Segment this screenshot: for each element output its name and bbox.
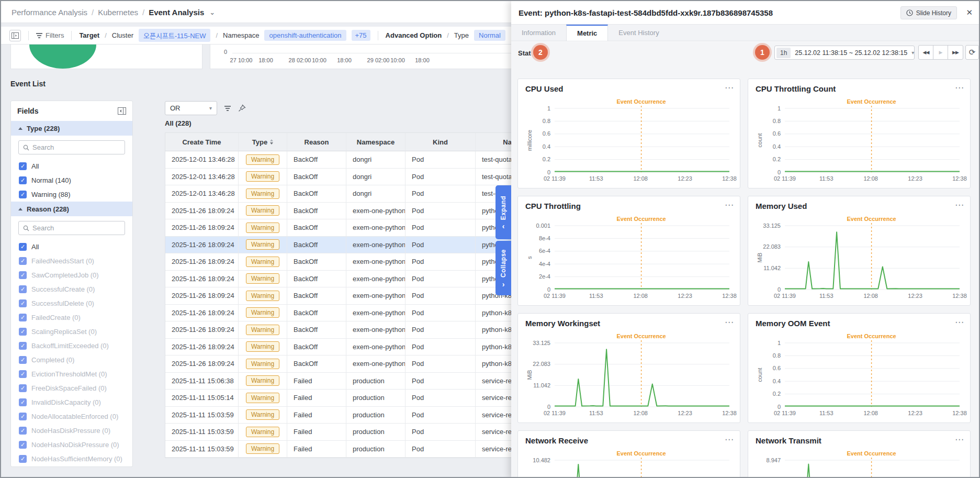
table-row[interactable]: 2025-11-26 18:09:24WarningBackOffexem-on… xyxy=(165,219,511,237)
table-row[interactable]: 2025-11-26 18:09:24WarningBackOffexem-on… xyxy=(165,339,511,356)
checkbox-checked-icon[interactable]: ✓ xyxy=(19,162,27,170)
section-header-reason-228-[interactable]: Reason (228) xyxy=(11,202,132,216)
chart-menu-icon[interactable]: ⋯ xyxy=(725,317,734,328)
filter-checkbox-item[interactable]: ✓NodeHasDiskPressure (0) xyxy=(11,424,132,438)
close-icon[interactable]: ✕ xyxy=(966,7,973,18)
namespace-more-chip[interactable]: +75 xyxy=(352,30,370,41)
sort-icon[interactable] xyxy=(270,139,273,144)
filter-checkbox-item[interactable]: ✓ScalingReplicaSet (0) xyxy=(11,325,132,339)
filter-checkbox-item[interactable]: ✓NodeAllocatableEnforced (0) xyxy=(11,409,132,424)
chart-title: CPU Throttling Count xyxy=(756,84,836,93)
table-row[interactable]: 2025-11-26 18:09:24WarningBackOffexem-on… xyxy=(165,321,511,339)
collapse-panel-icon[interactable] xyxy=(118,107,126,115)
checkbox-checked-icon[interactable]: ✓ xyxy=(19,243,27,251)
checkbox-checked-icon[interactable]: ✓ xyxy=(19,441,27,449)
filter-checkbox-item[interactable]: ✓All xyxy=(11,159,132,173)
operator-select[interactable]: OR ▾ xyxy=(165,101,217,115)
play-button[interactable]: ▶ xyxy=(933,46,948,59)
filter-checkbox-item[interactable]: ✓InvalidDiskCapacity (0) xyxy=(11,395,132,409)
checkbox-checked-icon[interactable]: ✓ xyxy=(19,176,27,184)
filter-checkbox-item[interactable]: ✓FreeDiskSpaceFailed (0) xyxy=(11,381,132,395)
filter-checkbox-item[interactable]: ✓EvictionThresholdMet (0) xyxy=(11,367,132,381)
table-row[interactable]: 2025-11-26 18:09:24WarningBackOffexem-on… xyxy=(165,287,511,305)
table-row[interactable]: 2025-11-26 18:09:24WarningBackOffexem-on… xyxy=(165,355,511,373)
time-range-selector[interactable]: 1h 25.12.02 11:38:15 ~ 25.12.02 12:38:15… xyxy=(774,46,915,60)
checkbox-checked-icon[interactable]: ✓ xyxy=(19,398,27,406)
table-row[interactable]: 2025-11-11 15:06:38WarningFailedproducti… xyxy=(165,373,511,390)
table-row[interactable]: 2025-12-01 13:46:28WarningBackOffdongriP… xyxy=(165,169,511,186)
chevron-down-icon[interactable]: ⌄ xyxy=(209,8,215,16)
search-input[interactable] xyxy=(32,143,120,151)
table-row[interactable]: 2025-11-11 15:05:14WarningFailedproducti… xyxy=(165,390,511,407)
filters-button[interactable]: Filters xyxy=(36,31,64,39)
type-value-chip[interactable]: Normal xyxy=(474,30,505,41)
filter-checkbox-item[interactable]: ✓NodeHasNoDiskPressure (0) xyxy=(11,438,132,452)
filter-checkbox-item[interactable]: ✓Normal (140) xyxy=(11,173,132,187)
checkbox-checked-icon[interactable]: ✓ xyxy=(19,328,27,336)
table-row[interactable]: 2025-11-11 15:03:59WarningFailedproducti… xyxy=(165,407,511,424)
chart-menu-icon[interactable]: ⋯ xyxy=(725,82,734,93)
table-row[interactable]: 2025-11-26 18:09:24WarningBackOffexem-on… xyxy=(165,253,511,271)
checkbox-checked-icon[interactable]: ✓ xyxy=(19,314,27,321)
filter-checkbox-item[interactable]: ✓BackoffLimitExceeded (0) xyxy=(11,339,132,353)
table-row[interactable]: 2025-11-26 18:09:24WarningBackOffexem-on… xyxy=(165,203,511,220)
chart-menu-icon[interactable]: ⋯ xyxy=(725,199,734,210)
table-row[interactable]: 2025-12-01 13:46:28WarningBackOffdongriP… xyxy=(165,151,511,169)
checkbox-checked-icon[interactable]: ✓ xyxy=(19,257,27,265)
table-row[interactable]: 2025-11-11 15:03:59WarningFailedproducti… xyxy=(165,441,511,458)
filter-checkbox-item[interactable]: ✓All xyxy=(11,240,132,254)
panel-toggle-button[interactable] xyxy=(9,30,21,41)
tab-metric[interactable]: Metric xyxy=(566,25,608,41)
table-filter-button[interactable] xyxy=(224,105,231,112)
filter-checkbox-item[interactable]: ✓FailedCreate (0) xyxy=(11,310,132,325)
filter-checkbox-item[interactable]: ✓Warning (88) xyxy=(11,187,132,202)
cell-create-time: 2025-11-26 18:09:24 xyxy=(165,203,239,220)
breadcrumb-performance-analysis[interactable]: Performance Analysis xyxy=(12,8,87,17)
pin-button[interactable] xyxy=(238,104,246,112)
filter-checkbox-item[interactable]: ✓SuccessfulDelete (0) xyxy=(11,296,132,310)
table-row[interactable]: 2025-11-26 18:09:24WarningBackOffexem-on… xyxy=(165,305,511,322)
table-row[interactable]: 2025-11-26 18:09:24WarningBackOffexem-on… xyxy=(165,237,511,254)
step-back-button[interactable]: ◀◀ xyxy=(919,46,933,59)
checkbox-checked-icon[interactable]: ✓ xyxy=(19,455,27,463)
filter-checkbox-item[interactable]: ✓FailedNeedsStart (0) xyxy=(11,254,132,268)
chart-menu-icon[interactable]: ⋯ xyxy=(955,82,964,93)
slide-history-button[interactable]: Slide History xyxy=(900,6,957,19)
filter-checkbox-item[interactable]: ✓Completed (0) xyxy=(11,353,132,367)
checkbox-checked-icon[interactable]: ✓ xyxy=(19,413,27,420)
chart-menu-icon[interactable]: ⋯ xyxy=(955,317,964,328)
checkbox-checked-icon[interactable]: ✓ xyxy=(19,191,27,198)
search-input[interactable] xyxy=(32,224,120,232)
chart-menu-icon[interactable]: ⋯ xyxy=(725,434,734,445)
checkbox-checked-icon[interactable]: ✓ xyxy=(19,384,27,392)
chart-menu-icon[interactable]: ⋯ xyxy=(955,199,964,210)
table-row[interactable]: 2025-11-26 18:09:24WarningBackOffexem-on… xyxy=(165,271,511,288)
collapse-slide-button[interactable]: Collapse › xyxy=(495,241,511,295)
checkbox-checked-icon[interactable]: ✓ xyxy=(19,356,27,364)
chart-menu-icon[interactable]: ⋯ xyxy=(955,434,964,445)
table-row[interactable]: 2025-12-01 13:46:28WarningBackOffdongriP… xyxy=(165,185,511,203)
expand-slide-button[interactable]: Expand ‹ xyxy=(495,185,511,239)
checkbox-checked-icon[interactable]: ✓ xyxy=(19,370,27,378)
refresh-button[interactable]: ⟳ xyxy=(965,45,979,60)
tab-information[interactable]: Information xyxy=(511,25,566,41)
checkbox-checked-icon[interactable]: ✓ xyxy=(19,271,27,279)
checkbox-checked-icon[interactable]: ✓ xyxy=(19,285,27,293)
warning-badge: Warning xyxy=(246,154,279,165)
section-header-type-228-[interactable]: Type (228) xyxy=(11,121,132,136)
filter-checkbox-item[interactable]: ✓SawCompletedJob (0) xyxy=(11,268,132,282)
column-header-type[interactable]: Type xyxy=(239,133,287,151)
checkbox-checked-icon[interactable]: ✓ xyxy=(19,427,27,435)
tab-event-history[interactable]: Event History xyxy=(608,25,669,41)
breadcrumb-kubernetes[interactable]: Kubernetes xyxy=(98,8,138,17)
filter-checkbox-item[interactable]: ✓SuccessfulCreate (0) xyxy=(11,282,132,296)
checkbox-checked-icon[interactable]: ✓ xyxy=(19,299,27,307)
checkbox-checked-icon[interactable]: ✓ xyxy=(19,342,27,350)
namespace-value-chip[interactable]: openshift-authentication xyxy=(264,30,346,41)
step-forward-button[interactable]: ▶▶ xyxy=(948,46,963,59)
cluster-value-chip[interactable]: 오픈시프트-115-NEW xyxy=(139,29,211,42)
panel-tabs: Information Metric Event History xyxy=(511,25,980,41)
filter-checkbox-item[interactable]: ✓NodeHasSufficientMemory (0) xyxy=(11,452,132,466)
table-row[interactable]: 2025-11-11 15:03:59WarningFailedproducti… xyxy=(165,424,511,441)
breadcrumb-event-analysis[interactable]: Event Analysis xyxy=(149,8,204,17)
